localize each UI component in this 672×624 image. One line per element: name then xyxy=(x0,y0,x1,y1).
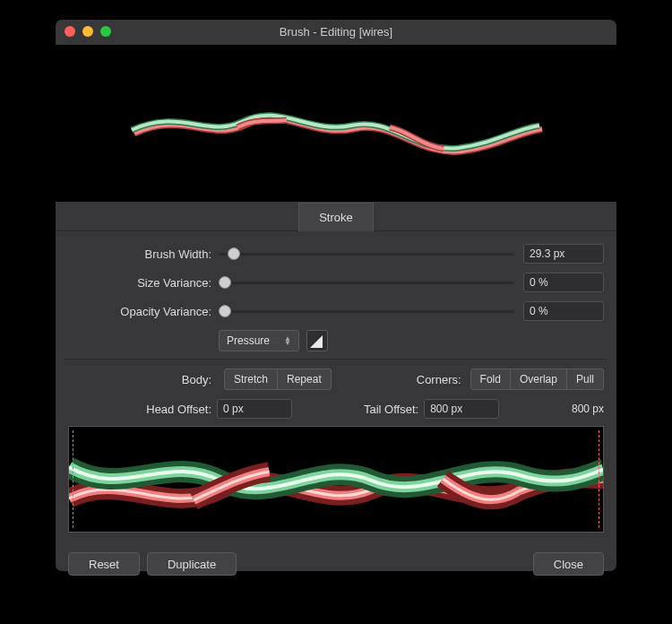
value-opacity-variance[interactable]: 0 % xyxy=(523,301,604,321)
dynamics-curve-button[interactable] xyxy=(306,330,328,351)
value-tail-offset[interactable]: 800 px xyxy=(424,399,499,419)
value-brush-width[interactable]: 29.3 px xyxy=(523,244,604,264)
reset-button[interactable]: Reset xyxy=(68,552,140,576)
slider-track xyxy=(219,282,514,284)
close-window-button[interactable] xyxy=(65,26,75,37)
slider-knob[interactable] xyxy=(219,276,231,289)
titlebar: Brush - Editing [wires] xyxy=(56,20,616,45)
body-repeat-button[interactable]: Repeat xyxy=(278,368,332,390)
body-segmented: Stretch Repeat xyxy=(224,368,332,390)
label-tail-offset: Tail Offset: xyxy=(364,403,424,416)
value-size-variance[interactable]: 0 % xyxy=(523,273,604,292)
label-size-variance: Size Variance: xyxy=(68,276,219,290)
minimize-window-button[interactable] xyxy=(82,26,93,37)
slider-track xyxy=(219,310,514,313)
label-corners: Corners: xyxy=(417,373,461,386)
label-head-offset: Head Offset: xyxy=(68,403,217,416)
value-head-offset[interactable]: 0 px xyxy=(217,399,292,419)
corners-segmented: Fold Overlap Pull xyxy=(470,368,604,390)
row-brush-width: Brush Width: 29.3 px xyxy=(68,244,604,264)
slider-size-variance[interactable] xyxy=(219,276,514,289)
texture-svg xyxy=(69,427,603,532)
brush-texture-preview[interactable] xyxy=(68,426,604,533)
slider-brush-width[interactable] xyxy=(219,247,514,260)
window-title: Brush - Editing [wires] xyxy=(56,20,616,45)
tail-offset-handle[interactable] xyxy=(599,430,599,528)
window-controls xyxy=(65,26,111,37)
offsets-row: Head Offset: 0 px Tail Offset: 800 px 80… xyxy=(68,399,604,419)
label-body: Body: xyxy=(68,373,219,386)
dynamics-selected: Pressure xyxy=(227,334,270,347)
corners-fold-button[interactable]: Fold xyxy=(470,368,511,390)
separator xyxy=(65,359,607,360)
dynamics-dropdown[interactable]: Pressure ▲▼ xyxy=(219,330,299,351)
brush-preview-svg xyxy=(56,45,616,202)
duplicate-button[interactable]: Duplicate xyxy=(147,552,237,576)
slider-rows: Brush Width: 29.3 px Size Variance: 0 % … xyxy=(68,231,604,545)
slider-knob[interactable] xyxy=(228,247,240,260)
dynamics-row: Pressure ▲▼ xyxy=(219,330,604,351)
footer-buttons: Reset Duplicate Close xyxy=(56,545,616,588)
stroke-panel: Stroke Brush Width: 29.3 px Size Varianc… xyxy=(56,202,616,545)
close-button[interactable]: Close xyxy=(533,552,604,576)
panel-tabs: Stroke xyxy=(56,202,616,231)
row-size-variance: Size Variance: 0 % xyxy=(68,273,604,292)
corners-pull-button[interactable]: Pull xyxy=(567,368,604,390)
row-opacity-variance: Opacity Variance: 0 % xyxy=(68,301,604,321)
brush-editor-window: Brush - Editing [wires] Stroke Brush xyxy=(56,20,616,571)
stepper-icon: ▲▼ xyxy=(284,336,291,345)
head-offset-handle[interactable] xyxy=(73,430,73,528)
tab-stroke[interactable]: Stroke xyxy=(298,203,374,231)
tail-offset-readout: 800 px xyxy=(572,403,604,415)
label-opacity-variance: Opacity Variance: xyxy=(68,305,219,318)
brush-preview xyxy=(56,45,616,202)
label-brush-width: Brush Width: xyxy=(68,247,219,261)
slider-opacity-variance[interactable] xyxy=(219,305,514,317)
body-stretch-button[interactable]: Stretch xyxy=(224,368,278,390)
body-corners-row: Body: Stretch Repeat Corners: Fold Overl… xyxy=(68,368,604,390)
slider-track xyxy=(219,253,514,256)
corners-overlap-button[interactable]: Overlap xyxy=(511,368,567,390)
zoom-window-button[interactable] xyxy=(100,26,111,37)
slider-knob[interactable] xyxy=(219,305,231,317)
